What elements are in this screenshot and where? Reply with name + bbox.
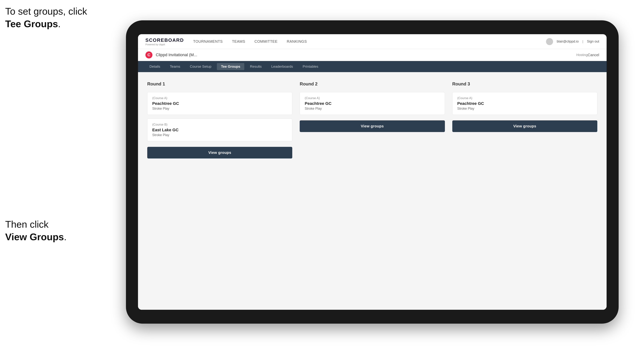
round-1-course-b-label: (Course B) (152, 123, 287, 127)
tab-printables[interactable]: Printables (298, 63, 322, 70)
tournament-logo: C (146, 51, 152, 58)
round-3-course-a-format: Stroke Play (457, 107, 592, 111)
tournament-name: Clippd Invitational (M... (156, 52, 576, 57)
cancel-button[interactable]: Cancel (588, 53, 599, 57)
tablet-screen: SCOREBOARD Powered by clippit TOURNAMENT… (138, 34, 606, 310)
round-1-course-b-name: East Lake GC (152, 128, 287, 132)
tab-leaderboards[interactable]: Leaderboards (267, 63, 297, 70)
main-content: Round 1 (Course A) Peachtree GC Stroke P… (138, 72, 606, 310)
round-2-title: Round 2 (300, 81, 445, 87)
round-3-column: Round 3 (Course A) Peachtree GC Stroke P… (452, 81, 597, 159)
rounds-grid: Round 1 (Course A) Peachtree GC Stroke P… (147, 81, 597, 159)
top-nav-links: TOURNAMENTS TEAMS COMMITTEE RANKINGS (193, 39, 546, 44)
round-2-column: Round 2 (Course A) Peachtree GC Stroke P… (300, 81, 445, 159)
round-1-course-b-card: (Course B) East Lake GC Stroke Play (147, 119, 292, 141)
instruction-bottom-period: . (64, 231, 66, 242)
instruction-bottom-bold: View Groups (5, 231, 64, 242)
round-2-course-a-card: (Course A) Peachtree GC Stroke Play (300, 92, 445, 115)
hosting-badge: Hosting (576, 53, 588, 57)
round-3-course-a-label: (Course A) (457, 96, 592, 100)
tab-results[interactable]: Results (246, 63, 266, 70)
logo-text: SCOREBOARD (146, 37, 184, 43)
tab-tee-groups[interactable]: Tee Groups (217, 63, 244, 70)
tablet-frame: SCOREBOARD Powered by clippit TOURNAMENT… (126, 20, 619, 324)
round-1-title: Round 1 (147, 81, 292, 87)
tab-details[interactable]: Details (146, 63, 164, 70)
tab-course-setup[interactable]: Course Setup (186, 63, 216, 70)
logo-scoreboard: SCOREBOARD (146, 37, 184, 43)
nav-rankings[interactable]: RANKINGS (287, 39, 307, 44)
round-1-view-groups-button[interactable]: View groups (147, 147, 292, 159)
instruction-top-line1: To set groups, click (5, 6, 87, 17)
tab-teams[interactable]: Teams (166, 63, 184, 70)
round-3-title: Round 3 (452, 81, 597, 87)
user-email: blair@clippd.io (557, 40, 578, 43)
instruction-top-period: . (58, 18, 60, 29)
round-1-course-a-card: (Course A) Peachtree GC Stroke Play (147, 92, 292, 115)
round-2-course-a-format: Stroke Play (305, 107, 440, 111)
logo-sub: Powered by clippit (146, 43, 184, 46)
round-2-course-a-label: (Course A) (305, 96, 440, 100)
pipe-separator: | (582, 40, 583, 43)
instruction-bottom: Then click View Groups. (5, 218, 66, 243)
round-3-course-a-card: (Course A) Peachtree GC Stroke Play (452, 92, 597, 115)
top-nav-right: blair@clippd.io | Sign out (546, 38, 599, 45)
round-1-course-a-label: (Course A) (152, 96, 287, 100)
nav-tournaments[interactable]: TOURNAMENTS (193, 39, 223, 44)
tournament-bar: C Clippd Invitational (M... Hosting Canc… (138, 49, 606, 61)
round-1-course-b-format: Stroke Play (152, 133, 287, 137)
instruction-top: To set groups, click Tee Groups. (5, 5, 87, 30)
round-2-view-groups-button[interactable]: View groups (300, 120, 445, 132)
instruction-bottom-line1: Then click (5, 219, 48, 230)
round-1-course-a-name: Peachtree GC (152, 101, 287, 106)
round-2-course-a-name: Peachtree GC (305, 101, 440, 106)
nav-teams[interactable]: TEAMS (232, 39, 245, 44)
logo-area: SCOREBOARD Powered by clippit (146, 37, 184, 46)
round-1-column: Round 1 (Course A) Peachtree GC Stroke P… (147, 81, 292, 159)
round-3-view-groups-button[interactable]: View groups (452, 120, 597, 132)
round-1-course-a-format: Stroke Play (152, 107, 287, 111)
user-avatar (546, 38, 553, 45)
tab-bar: Details Teams Course Setup Tee Groups Re… (138, 61, 606, 72)
sign-out-link[interactable]: Sign out (587, 40, 599, 43)
top-nav: SCOREBOARD Powered by clippit TOURNAMENT… (138, 34, 606, 49)
instruction-top-bold: Tee Groups (5, 18, 58, 29)
nav-committee[interactable]: COMMITTEE (254, 39, 278, 44)
round-3-course-a-name: Peachtree GC (457, 101, 592, 106)
